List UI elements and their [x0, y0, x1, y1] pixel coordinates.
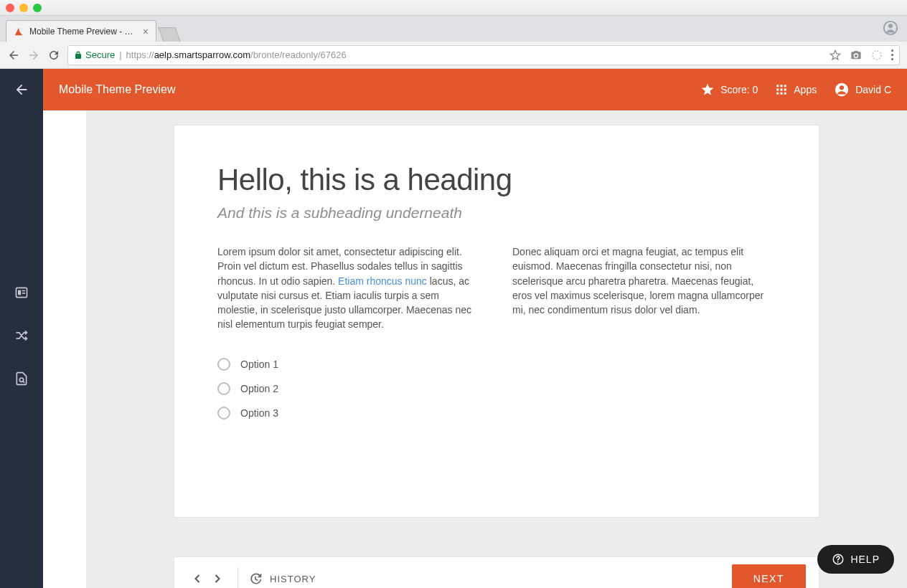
svg-rect-16 — [777, 93, 779, 95]
history-icon — [248, 572, 263, 586]
svg-point-2 — [855, 54, 857, 57]
svg-rect-17 — [781, 93, 783, 95]
lesson-nav-bar: HISTORY NEXT — [174, 556, 819, 588]
svg-line-9 — [23, 381, 24, 383]
svg-rect-12 — [784, 85, 786, 87]
apps-menu[interactable]: Apps — [775, 83, 817, 96]
option-3[interactable]: Option 3 — [217, 407, 776, 419]
chrome-menu-icon[interactable] — [891, 49, 893, 60]
svg-point-8 — [19, 378, 23, 381]
user-avatar-icon — [834, 82, 850, 98]
nav-forward-icon — [27, 49, 40, 62]
user-menu[interactable]: David C — [834, 82, 891, 98]
omnibox[interactable]: Secure | https://aelp.smartsparrow.com/b… — [67, 45, 900, 65]
option-label: Option 3 — [240, 407, 278, 419]
svg-rect-15 — [784, 89, 786, 91]
help-label: HELP — [850, 554, 880, 565]
traffic-minimize[interactable] — [19, 4, 28, 12]
svg-rect-10 — [777, 85, 779, 87]
help-button[interactable]: HELP — [817, 545, 894, 574]
secure-badge: Secure — [74, 49, 115, 60]
heading: Hello, this is a heading — [217, 163, 776, 197]
options-group: Option 1 Option 2 Option 3 — [217, 358, 776, 419]
content-area: Hello, this is a heading And this is a s… — [86, 110, 907, 588]
nav-reload-icon[interactable] — [47, 49, 60, 62]
tab-close-icon[interactable]: × — [143, 26, 149, 37]
sidebar-review-icon[interactable] — [13, 370, 30, 387]
score-label: Score: 0 — [720, 84, 758, 95]
apps-grid-icon — [775, 83, 788, 96]
option-label: Option 2 — [240, 383, 278, 394]
content-card: Hello, this is a heading And this is a s… — [174, 125, 819, 518]
svg-rect-14 — [781, 89, 783, 91]
divider — [238, 567, 238, 588]
sidebar-back-button[interactable] — [14, 82, 29, 98]
svg-rect-13 — [777, 89, 779, 91]
history-button[interactable]: HISTORY — [248, 572, 316, 586]
next-page-button[interactable] — [207, 569, 227, 588]
secure-label: Secure — [85, 49, 115, 60]
svg-point-1 — [888, 24, 893, 28]
new-tab-button[interactable] — [158, 27, 180, 42]
lock-icon — [74, 50, 83, 60]
body-column-2: Donec aliquam orci et magna feugiat, ac … — [512, 245, 776, 332]
tab-title: Mobile Theme Preview - Read — [29, 27, 137, 37]
browser-address-bar: Secure | https://aelp.smartsparrow.com/b… — [0, 42, 907, 69]
radio-icon — [217, 407, 230, 419]
next-button[interactable]: NEXT — [732, 564, 806, 588]
body-column-1: Lorem ipsum dolor sit amet, consectetur … — [217, 245, 481, 332]
traffic-close[interactable] — [6, 4, 14, 12]
svg-rect-4 — [17, 288, 27, 297]
radio-icon — [217, 382, 230, 395]
svg-rect-5 — [18, 290, 21, 295]
mac-titlebar — [0, 0, 907, 16]
camera-icon[interactable] — [850, 49, 863, 61]
app-sidebar — [0, 69, 43, 588]
prev-page-button[interactable] — [187, 569, 207, 588]
option-label: Option 1 — [240, 359, 278, 370]
sidebar-content-icon[interactable] — [13, 284, 30, 301]
radio-icon — [217, 358, 230, 371]
svg-point-20 — [840, 85, 844, 90]
history-label: HISTORY — [270, 574, 316, 584]
tab-favicon-icon — [14, 27, 24, 37]
option-1[interactable]: Option 1 — [217, 358, 776, 371]
browser-tabstrip: Mobile Theme Preview - Read × — [0, 16, 907, 42]
inline-link[interactable]: Etiam rhoncus nunc — [338, 275, 427, 287]
svg-point-3 — [873, 51, 881, 60]
traffic-zoom[interactable] — [33, 4, 42, 12]
svg-rect-18 — [784, 93, 786, 95]
score-indicator[interactable]: Score: 0 — [700, 82, 758, 97]
help-icon — [832, 553, 845, 566]
sidebar-shuffle-icon[interactable] — [13, 327, 30, 344]
svg-rect-11 — [781, 85, 783, 87]
extension-icon[interactable] — [871, 49, 883, 61]
option-2[interactable]: Option 2 — [217, 382, 776, 395]
user-label: David C — [855, 84, 891, 95]
bookmark-star-icon[interactable] — [830, 49, 841, 61]
nav-back-icon[interactable] — [7, 49, 20, 62]
svg-point-22 — [837, 561, 839, 563]
apps-label: Apps — [794, 84, 817, 95]
browser-tab[interactable]: Mobile Theme Preview - Read × — [6, 20, 156, 42]
url: https://aelp.smartsparrow.com/bronte/rea… — [126, 49, 347, 60]
subheading: And this is a subheading underneath — [217, 204, 776, 222]
app-topbar: Mobile Theme Preview Score: 0 Apps David… — [43, 69, 907, 110]
page-title: Mobile Theme Preview — [59, 83, 175, 96]
chrome-profile-icon[interactable] — [883, 20, 898, 36]
star-icon — [700, 82, 715, 97]
